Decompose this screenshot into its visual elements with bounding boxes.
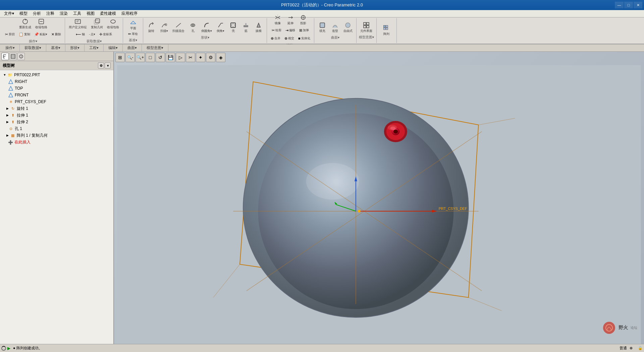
tb-regenerate[interactable]: 重新生成 xyxy=(17,18,33,30)
tb2-shape[interactable]: 形状▾ xyxy=(67,45,82,51)
tb-delete[interactable]: ✕ 删除 xyxy=(50,31,63,38)
menu-analysis[interactable]: 分析 xyxy=(30,10,44,17)
expand-pattern1[interactable]: ▶ xyxy=(5,133,9,137)
tb-solidify[interactable]: ■ 实体化 xyxy=(297,35,312,42)
tb-revolve[interactable]: 旋转 xyxy=(145,21,157,34)
viewport[interactable]: ⊞ 🔍- 🔍+ □ ↺ 💾 ▷ ✂ ✦ ⚙ ◈ xyxy=(114,52,644,344)
expand-rotate1[interactable]: ▶ xyxy=(5,106,9,111)
tree-item-extrude1[interactable]: ▶ ⬆ 拉伸 1 xyxy=(0,112,113,119)
panel-menu-button[interactable]: ▾ xyxy=(105,62,111,69)
view-btn-fit[interactable]: □ xyxy=(146,53,155,62)
tb-extend[interactable]: 延伸 xyxy=(284,14,297,26)
tb2-editing[interactable]: 编辑▾ xyxy=(106,45,120,51)
tb-sweep[interactable]: 扫描▾ xyxy=(158,21,170,34)
menu-file[interactable]: 文件▾ xyxy=(1,10,17,17)
view-btn-zoom-out[interactable]: 🔍- xyxy=(125,53,135,62)
tb-fill[interactable]: 填充 xyxy=(316,21,328,34)
tb-hole[interactable]: 孔 xyxy=(187,21,199,34)
view-btn-extra[interactable]: ◈ xyxy=(216,53,225,62)
tree-item-pattern1[interactable]: ▶ ▦ 阵列 1 / 复制几何 xyxy=(0,132,113,139)
panel-tab-properties[interactable] xyxy=(17,53,25,60)
view-btn-play[interactable]: ▷ xyxy=(176,53,185,62)
view-btn-save-view[interactable]: 💾 xyxy=(166,53,175,62)
tree-item-right[interactable]: RIGHT xyxy=(0,78,113,85)
tb-csys[interactable]: ✛ 坐标系 xyxy=(98,31,114,38)
tb2-base[interactable]: 基准▾ xyxy=(48,45,63,51)
expand-extrude2[interactable]: ▶ xyxy=(5,120,9,124)
tb-fillet[interactable]: 倒圆角▾ xyxy=(200,21,214,34)
tb-thicken[interactable]: ⊞ 加厚 xyxy=(298,27,311,34)
view-btn-zoom-in[interactable]: 🔍+ xyxy=(136,53,145,62)
tb-paste[interactable]: 📌 粘贴▾ xyxy=(33,31,49,38)
expand-extrude1[interactable]: ▶ xyxy=(5,113,9,117)
menu-notes[interactable]: 注释 xyxy=(44,10,57,17)
tb2-model-intent[interactable]: 模型意图▾ xyxy=(144,45,166,51)
close-button[interactable]: ✕ xyxy=(634,2,642,8)
tree-item-root[interactable]: ▼ 📁 PRT0022.PRT xyxy=(0,72,113,78)
tb-trim[interactable]: ✂ 绘剪 xyxy=(270,27,283,34)
menu-render[interactable]: 渲染 xyxy=(57,10,70,17)
view-btn-rotate[interactable]: ↺ xyxy=(156,53,165,62)
tree-item-rotate1[interactable]: ▶ ↻ 旋转 1 xyxy=(0,105,113,112)
view-btn-grid[interactable]: ⊞ xyxy=(115,53,125,62)
menu-apps[interactable]: 应用程序 xyxy=(119,10,140,17)
copy-geom-icon xyxy=(94,18,100,25)
tree-item-insert[interactable]: ➕ 在此插入 xyxy=(0,139,113,146)
tree-item-extrude2[interactable]: ▶ ⬆ 拉伸 2 xyxy=(0,119,113,125)
tb2-operations[interactable]: 操作▾ xyxy=(3,45,17,51)
tb-offset[interactable]: ⇥ 偏移 xyxy=(284,27,297,34)
tb2-engineering[interactable]: 工程▾ xyxy=(87,45,101,51)
tree-item-csys[interactable]: ✳ PRT_CSYS_DEF xyxy=(0,98,113,105)
svg-rect-29 xyxy=(386,25,388,27)
tb-mirror[interactable]: 镜像 xyxy=(272,14,284,26)
tb-rib[interactable]: 筋 xyxy=(240,21,252,34)
tb-plane[interactable]: 平面 xyxy=(127,19,139,31)
tb-freestyle[interactable]: 自由式 xyxy=(342,21,354,34)
tb2-getdata[interactable]: 获取数据▾ xyxy=(22,45,44,51)
menu-tools[interactable]: 工具 xyxy=(70,10,84,17)
maximize-button[interactable]: □ xyxy=(624,2,633,8)
panel-settings-button[interactable]: ⚙ xyxy=(98,62,104,69)
tb-sweep-blend[interactable]: 扫描混合 xyxy=(171,21,186,34)
tb-array[interactable]: 阵列 xyxy=(380,25,392,37)
3d-scene[interactable]: ⊞ 🔍- 🔍+ □ ↺ 💾 ▷ ✂ ✦ ⚙ ◈ xyxy=(114,52,644,344)
tb-style[interactable]: 造型 xyxy=(329,21,341,34)
tb-shrink2[interactable]: 收缩包络 xyxy=(105,18,121,30)
tree-item-top[interactable]: TOP xyxy=(0,85,113,92)
insert-icon: ➕ xyxy=(8,140,13,145)
tb-merge[interactable]: ⊕ 合并 xyxy=(269,35,282,42)
tb-copy[interactable]: 📋 复制 xyxy=(17,31,32,38)
panel-tab-layers[interactable] xyxy=(9,53,17,60)
element-interface-label: 元件界面 xyxy=(360,29,372,33)
tb-project[interactable]: 投影 xyxy=(297,14,309,26)
shrink2-label: 收缩包络 xyxy=(107,25,119,30)
tb-point[interactable]: · 点▾ xyxy=(87,31,97,38)
view-btn-settings[interactable]: ⚙ xyxy=(206,53,215,62)
tb-axis[interactable]: ⟵ 轴 xyxy=(74,31,87,38)
tb-draft[interactable]: 拔模 xyxy=(253,21,265,34)
tree-item-hole1[interactable]: ⊙ 孔 1 xyxy=(0,125,113,132)
extrude2-icon: ⬆ xyxy=(10,119,15,125)
menu-model[interactable]: 模型 xyxy=(17,10,30,17)
tree-item-front[interactable]: FRONT xyxy=(0,92,113,98)
menu-flex-modeling[interactable]: 柔性建模 xyxy=(97,10,119,17)
tb-shrink[interactable]: 收缩包络 xyxy=(34,18,49,30)
menu-view[interactable]: 视图 xyxy=(84,10,97,17)
minimize-button[interactable]: — xyxy=(615,2,624,8)
tb2-surface[interactable]: 曲面▾ xyxy=(125,45,140,51)
extrude1-icon: ⬆ xyxy=(10,113,15,118)
tb-intersect[interactable]: ⊗ 相交 xyxy=(283,35,296,42)
tb-element-interface[interactable]: 元件界面 xyxy=(359,21,374,34)
view-btn-cut[interactable]: ✂ xyxy=(186,53,195,62)
array-icon xyxy=(383,25,390,32)
tb-cut[interactable]: ✂ 剪切 xyxy=(3,31,16,38)
view-btn-display[interactable]: ✦ xyxy=(196,53,205,62)
tb-shell[interactable]: 壳 xyxy=(227,21,239,34)
expand-root[interactable]: ▼ xyxy=(3,73,7,77)
tb-sketch[interactable]: ✏ 草绘 xyxy=(126,31,140,37)
shape-row1: 旋转 扫描▾ 扫描混合 孔 xyxy=(145,21,265,34)
tb-copy-geom[interactable]: 复制几何 xyxy=(89,18,105,30)
tb-user-feature[interactable]: 用户定义特征 xyxy=(67,18,89,30)
tb-chamfer[interactable]: 倒角▾ xyxy=(214,21,226,34)
panel-tab-tree[interactable] xyxy=(1,53,9,60)
